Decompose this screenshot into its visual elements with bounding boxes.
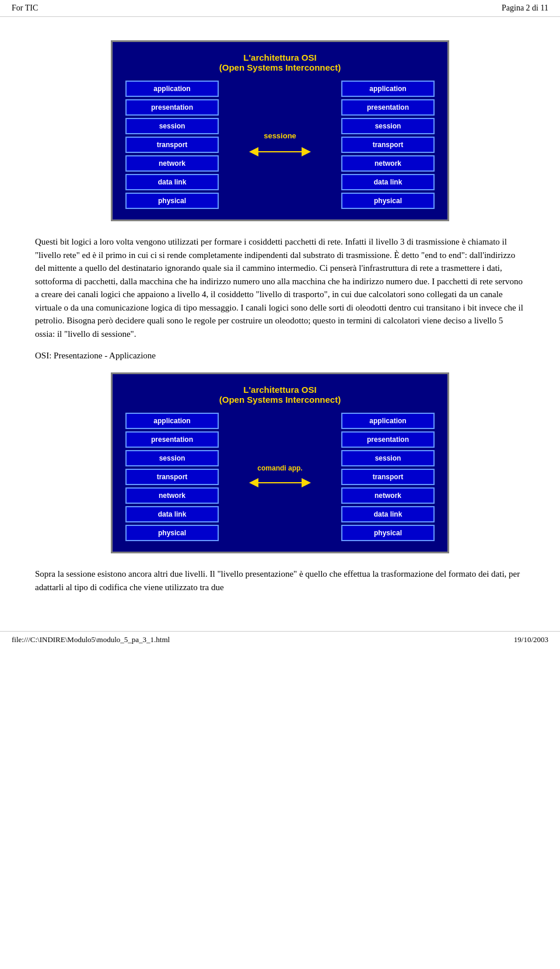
- diagram1-body: application presentation session transpo…: [125, 81, 435, 209]
- header-left: For TIC: [12, 4, 38, 13]
- page-footer: file:///C:\INDIRE\Modulo5\modulo_5_pa_3_…: [0, 631, 560, 648]
- d2-layer-network-left: network: [125, 487, 219, 504]
- layer-network-right: network: [341, 155, 435, 172]
- footer-right: 19/10/2003: [514, 635, 548, 644]
- layer-presentation-right: presentation: [341, 99, 435, 116]
- paragraph2: Sopra la sessione esistono ancora altri …: [35, 567, 525, 594]
- layer-datalink-left: data link: [125, 174, 219, 190]
- paragraph1: Questi bit logici a loro volta vengono u…: [35, 235, 525, 340]
- d2-layer-physical-left: physical: [125, 525, 219, 541]
- layer-application-right: application: [341, 81, 435, 97]
- diagram2-arrow-area: comandi app.: [248, 464, 312, 490]
- diagram2-container: L'architettura OSI (Open Systems Interco…: [35, 372, 525, 553]
- layer-application-left: application: [125, 81, 219, 97]
- diagram2: L'architettura OSI (Open Systems Interco…: [111, 372, 449, 553]
- diagram1-arrow-svg: [248, 145, 312, 159]
- layer-session-left: session: [125, 118, 219, 134]
- d2-layer-presentation-right: presentation: [341, 431, 435, 448]
- diagram1-right-column: application presentation session transpo…: [341, 81, 435, 209]
- diagram2-right-column: application presentation session transpo…: [341, 413, 435, 541]
- d2-layer-transport-right: transport: [341, 469, 435, 485]
- d2-layer-application-left: application: [125, 413, 219, 429]
- page-header: For TIC Pagina 2 di 11: [0, 0, 560, 17]
- diagram1-arrow-label: sessione: [264, 131, 296, 140]
- d2-layer-session-left: session: [125, 450, 219, 466]
- d2-layer-datalink-left: data link: [125, 506, 219, 522]
- d2-layer-presentation-left: presentation: [125, 431, 219, 448]
- diagram2-left-column: application presentation session transpo…: [125, 413, 219, 541]
- diagram1-arrow-area: sessione: [248, 131, 312, 159]
- layer-presentation-left: presentation: [125, 99, 219, 116]
- diagram2-title: L'architettura OSI (Open Systems Interco…: [125, 385, 435, 405]
- layer-physical-right: physical: [341, 193, 435, 209]
- layer-physical-left: physical: [125, 193, 219, 209]
- d2-layer-transport-left: transport: [125, 469, 219, 485]
- layer-datalink-right: data link: [341, 174, 435, 190]
- footer-left: file:///C:\INDIRE\Modulo5\modulo_5_pa_3_…: [12, 635, 170, 644]
- d2-layer-datalink-right: data link: [341, 506, 435, 522]
- layer-transport-left: transport: [125, 137, 219, 153]
- section-label: OSI: Presentazione - Applicazione: [35, 351, 525, 361]
- diagram2-arrow-svg: [248, 476, 312, 490]
- d2-layer-session-right: session: [341, 450, 435, 466]
- content-area: L'architettura OSI (Open Systems Interco…: [0, 17, 560, 614]
- header-right: Pagina 2 di 11: [502, 4, 548, 13]
- layer-session-right: session: [341, 118, 435, 134]
- diagram1-container: L'architettura OSI (Open Systems Interco…: [35, 40, 525, 221]
- diagram1: L'architettura OSI (Open Systems Interco…: [111, 40, 449, 221]
- diagram1-title: L'architettura OSI (Open Systems Interco…: [125, 53, 435, 72]
- layer-transport-right: transport: [341, 137, 435, 153]
- d2-layer-application-right: application: [341, 413, 435, 429]
- diagram2-arrow-label: comandi app.: [257, 464, 302, 472]
- diagram2-body: application presentation session transpo…: [125, 413, 435, 541]
- d2-layer-network-right: network: [341, 487, 435, 504]
- layer-network-left: network: [125, 155, 219, 172]
- diagram1-left-column: application presentation session transpo…: [125, 81, 219, 209]
- d2-layer-physical-right: physical: [341, 525, 435, 541]
